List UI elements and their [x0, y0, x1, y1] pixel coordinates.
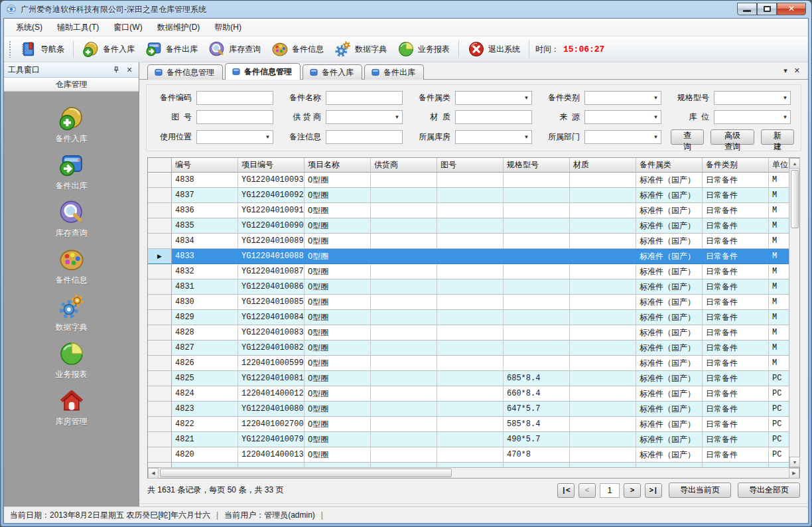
next-page-button[interactable]: >: [624, 483, 641, 498]
table-row[interactable]: 4830YG12204010085O型圈标准件（国产）日常备件M: [148, 295, 789, 310]
scroll-right-icon[interactable]: ▶: [789, 468, 799, 479]
table-row[interactable]: 4836YG12204010091O型圈标准件（国产）日常备件M: [148, 203, 789, 218]
row-selector-cell[interactable]: [148, 310, 172, 325]
table-row[interactable]: 4835YG12204010090O型圈标准件（国产）日常备件M: [148, 218, 789, 234]
grid-column-header[interactable]: 备件属类: [636, 158, 703, 173]
close-button[interactable]: ✕: [777, 3, 806, 15]
row-selector-cell[interactable]: [148, 386, 172, 402]
field-combobox[interactable]: ▼: [455, 91, 532, 105]
row-selector-cell[interactable]: [148, 356, 172, 371]
menu-item[interactable]: 系统(S): [9, 19, 49, 36]
advanced-query-button[interactable]: 高级查询: [710, 129, 754, 145]
field-input[interactable]: [326, 130, 403, 144]
sidebar-item-parts-inbound[interactable]: 备件入库: [25, 105, 118, 145]
prev-page-button[interactable]: <: [578, 483, 596, 498]
row-selector-cell[interactable]: [148, 447, 172, 463]
combo-dropdown-icon[interactable]: ▼: [651, 131, 661, 143]
last-page-button[interactable]: >|: [645, 483, 662, 498]
table-row[interactable]: 48241220401400012O型圈660*8.4标准件（国产）日常备件PC: [148, 386, 789, 402]
sidebar-item-stock-query[interactable]: 库存查询: [25, 199, 118, 239]
vertical-scroll-thumb[interactable]: [791, 170, 799, 228]
row-selector-cell[interactable]: [148, 188, 172, 203]
menu-item[interactable]: 数据维护(D): [151, 19, 207, 36]
table-row[interactable]: 4831YG12204010086O型圈标准件（国产）日常备件M: [148, 279, 789, 295]
field-input[interactable]: [455, 110, 532, 124]
table-row[interactable]: 4832YG12204010087O型圈标准件（国产）日常备件M: [148, 264, 789, 279]
menu-item[interactable]: 窗口(W): [107, 19, 149, 36]
combo-dropdown-icon[interactable]: ▼: [521, 92, 531, 104]
scroll-down-icon[interactable]: ▼: [789, 457, 800, 467]
tab-close-icon[interactable]: ✕: [794, 66, 800, 75]
grid-column-header[interactable]: 供货商: [371, 158, 437, 173]
row-selector-cell[interactable]: [148, 173, 172, 188]
tab-2[interactable]: 备件入库: [303, 64, 362, 80]
table-row[interactable]: 4825YG12204010081O型圈685*8.4标准件（国产）日常备件PC: [148, 371, 789, 386]
sidebar-item-warehouse-mgmt[interactable]: 库房管理: [25, 388, 118, 427]
row-selector-cell[interactable]: [148, 264, 172, 279]
row-selector-cell[interactable]: [148, 432, 172, 447]
current-row-marker-icon[interactable]: ▶: [148, 249, 172, 264]
row-selector-cell[interactable]: [148, 417, 172, 432]
field-combobox[interactable]: ▼: [714, 110, 791, 124]
field-combobox[interactable]: ▼: [455, 130, 532, 144]
sidebar-item-business-report[interactable]: 业务报表: [25, 340, 118, 380]
grid-column-header[interactable]: 规格型号: [504, 158, 570, 173]
table-row[interactable]: 48201220401400013O型圈470*8标准件（国产）日常备件PC: [148, 447, 789, 463]
field-combobox[interactable]: ▼: [326, 110, 403, 124]
vertical-scrollbar[interactable]: ▲ ▼: [789, 158, 799, 467]
menu-item[interactable]: 帮助(H): [208, 19, 248, 36]
horizontal-scrollbar[interactable]: ◀ ▶: [148, 467, 799, 478]
table-row[interactable]: ▶4833YG12204010088O型圈标准件（国产）日常备件M: [148, 249, 789, 264]
table-row[interactable]: 4823YG12204010080O型圈647*5.7标准件（国产）日常备件PC: [148, 402, 789, 417]
toolbar-button-data-dictionary[interactable]: 数据字典: [329, 38, 392, 60]
field-combobox[interactable]: ▼: [714, 91, 791, 105]
row-selector-cell[interactable]: [148, 402, 172, 417]
table-row[interactable]: 4827YG12204010082O型圈标准件（国产）日常备件M: [148, 340, 789, 356]
grid-column-header[interactable]: 单位: [769, 158, 789, 173]
horizontal-scroll-thumb[interactable]: [160, 469, 452, 477]
combo-dropdown-icon[interactable]: ▼: [651, 111, 661, 123]
table-row[interactable]: 4834YG12204010089O型圈标准件（国产）日常备件M: [148, 234, 789, 249]
row-selector-cell[interactable]: [148, 371, 172, 386]
field-combobox[interactable]: ▼: [584, 110, 661, 124]
table-row[interactable]: 4828YG12204010083O型圈标准件（国产）日常备件M: [148, 325, 789, 340]
export-all-pages-button[interactable]: 导出全部页: [738, 483, 800, 498]
scroll-left-icon[interactable]: ◀: [148, 468, 159, 479]
grid-column-header[interactable]: 图号: [437, 158, 504, 173]
combo-dropdown-icon[interactable]: ▼: [521, 131, 531, 143]
field-combobox[interactable]: ▼: [584, 130, 661, 144]
new-button[interactable]: 新建: [761, 129, 794, 145]
field-input[interactable]: [196, 91, 273, 105]
table-row[interactable]: 4829YG12204010084O型圈标准件（国产）日常备件M: [148, 310, 789, 325]
table-row[interactable]: 48261220401000599O型圈标准件（国产）日常备件M: [148, 356, 789, 371]
grid-column-header[interactable]: 备件类别: [703, 158, 769, 173]
page-number-input[interactable]: [600, 483, 620, 498]
combo-dropdown-icon[interactable]: ▼: [651, 92, 661, 104]
maximize-button[interactable]: [757, 3, 777, 15]
field-input[interactable]: [326, 91, 403, 105]
tab-3[interactable]: 备件出库: [364, 64, 424, 80]
export-current-page-button[interactable]: 导出当前页: [669, 483, 731, 498]
table-row[interactable]: 48221220401002700O型圈585*8.4标准件（国产）日常备件PC: [148, 417, 789, 432]
row-selector-cell[interactable]: [148, 279, 172, 295]
row-selector-cell[interactable]: [148, 325, 172, 340]
combo-dropdown-icon[interactable]: ▼: [780, 92, 790, 104]
toolbar-button-exit-system[interactable]: 退出系统: [462, 38, 525, 60]
grid-column-header[interactable]: 项目编号: [238, 158, 304, 173]
toolbar-button-business-report[interactable]: 业务报表: [392, 38, 455, 60]
row-selector-cell[interactable]: [148, 218, 172, 234]
tool-window-close-icon[interactable]: ✕: [124, 64, 135, 75]
row-selector-cell[interactable]: [148, 295, 172, 310]
combo-dropdown-icon[interactable]: ▼: [263, 131, 273, 143]
toolbar-button-stock-query[interactable]: 库存查询: [203, 38, 266, 60]
toolbar-button-parts-inbound[interactable]: 备件入库: [77, 38, 140, 60]
combo-dropdown-icon[interactable]: ▼: [392, 111, 402, 123]
tab-1-active[interactable]: 备件信息管理: [225, 63, 301, 80]
pin-icon[interactable]: [111, 64, 121, 75]
field-combobox[interactable]: ▼: [584, 91, 661, 105]
menu-item[interactable]: 辅助工具(T): [50, 19, 105, 36]
row-selector-cell[interactable]: [148, 203, 172, 218]
query-button[interactable]: 查询: [671, 129, 704, 145]
first-page-button[interactable]: |<: [557, 483, 575, 498]
table-row[interactable]: 4821YG12204010079O型圈490*5.7标准件（国产）日常备件PC: [148, 432, 789, 447]
